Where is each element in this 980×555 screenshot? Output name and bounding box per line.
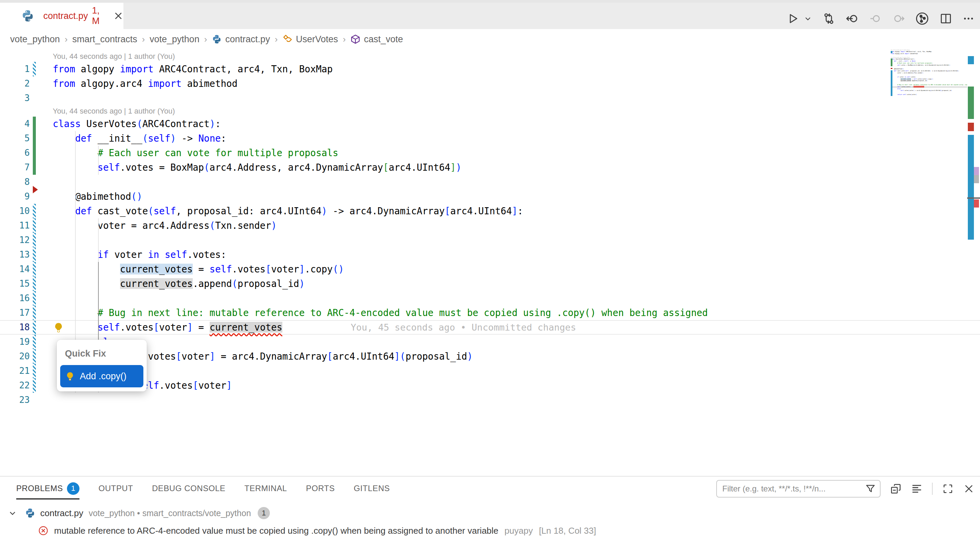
code-line-3[interactable]: 3 xyxy=(0,91,980,106)
line-number[interactable]: 18 xyxy=(0,321,30,335)
line-number[interactable]: 14 xyxy=(0,262,30,276)
view-as-table-icon[interactable] xyxy=(911,483,922,494)
code-editor[interactable]: You, 44 seconds ago | 1 author (You)1fro… xyxy=(0,49,980,476)
tab-output[interactable]: OUTPUT xyxy=(98,476,133,500)
code-line-1[interactable]: 1from algopy import ARC4Contract, arc4, … xyxy=(0,62,980,76)
code-line-2[interactable]: 2from algopy.arc4 import abimethod xyxy=(0,76,980,91)
git-modified-gutter-marker[interactable] xyxy=(33,291,36,306)
problem-row[interactable]: mutable reference to ARC-4-encoded value… xyxy=(0,523,980,539)
code-line-19[interactable]: 19 else: xyxy=(0,335,980,349)
line-number[interactable]: 22 xyxy=(0,378,30,393)
tab-gitlens[interactable]: GITLENS xyxy=(354,476,390,500)
line-number[interactable]: 9 xyxy=(0,189,30,204)
run-dropdown-chevron-icon[interactable] xyxy=(803,14,812,23)
filter-icon[interactable] xyxy=(865,483,876,494)
tab-contract-py[interactable]: contract.py 1, M xyxy=(0,3,124,29)
git-modified-gutter-marker[interactable] xyxy=(33,233,36,247)
git-modified-gutter-marker[interactable] xyxy=(33,335,36,349)
code-line-22[interactable]: 22 return self.votes[voter] xyxy=(0,378,980,393)
git-compare-icon[interactable] xyxy=(823,12,835,25)
code-line-13[interactable]: 13 if voter in self.votes: xyxy=(0,247,980,262)
code-line-10[interactable]: 10 def cast_vote(self, proposal_id: arc4… xyxy=(0,204,980,218)
code-line-17[interactable]: 17 # Bug in next line: mutable reference… xyxy=(0,306,980,320)
breadcrumb-folder[interactable]: smart_contracts xyxy=(72,34,137,45)
code-line-20[interactable]: 20 self.votes[voter] = arc4.DynamicArray… xyxy=(0,349,980,364)
line-number[interactable]: 17 xyxy=(0,306,30,320)
line-number[interactable]: 12 xyxy=(0,233,30,247)
gitlens-blame-lens[interactable]: You, 44 seconds ago | 1 author (You) xyxy=(0,106,980,117)
collapse-all-icon[interactable] xyxy=(890,483,901,494)
git-modified-gutter-marker[interactable] xyxy=(33,349,36,364)
run-python-file-icon[interactable] xyxy=(787,12,799,25)
code-line-7[interactable]: 7 self.votes = BoxMap(arc4.Address, arc4… xyxy=(0,160,980,175)
problems-file-group-row[interactable]: contract.py vote_python • smart_contract… xyxy=(0,505,980,521)
git-modified-gutter-marker[interactable] xyxy=(33,62,36,76)
line-number[interactable]: 11 xyxy=(0,218,30,233)
tab-problems[interactable]: PROBLEMS 1 xyxy=(16,476,79,500)
breadcrumb-folder[interactable]: vote_python xyxy=(150,34,199,45)
git-modified-gutter-marker[interactable] xyxy=(33,378,36,393)
git-modified-gutter-marker[interactable] xyxy=(33,306,36,320)
code-line-5[interactable]: 5 def __init__(self) -> None: xyxy=(0,131,980,146)
gitlens-blame-lens[interactable]: You, 44 seconds ago | 1 author (You) xyxy=(0,51,980,62)
problems-filter-input[interactable] xyxy=(722,484,865,494)
code-line-21[interactable]: 21 xyxy=(0,364,980,378)
git-added-gutter-marker[interactable] xyxy=(33,160,36,175)
open-changes-icon[interactable] xyxy=(845,12,859,26)
line-number[interactable]: 1 xyxy=(0,62,30,76)
code-line-9[interactable]: 9 @abimethod() xyxy=(0,189,980,204)
line-number[interactable]: 15 xyxy=(0,276,30,291)
code-line-23[interactable]: 23 xyxy=(0,393,980,407)
minimap[interactable]: You, 44 seconds ago | 1 author (You)from… xyxy=(891,49,967,117)
git-added-gutter-marker[interactable] xyxy=(33,146,36,160)
line-number[interactable]: 6 xyxy=(0,146,30,160)
git-modified-gutter-marker[interactable] xyxy=(33,276,36,291)
breadcrumb-file[interactable]: contract.py xyxy=(212,34,270,45)
line-number[interactable]: 10 xyxy=(0,204,30,218)
next-change-icon[interactable] xyxy=(892,12,905,25)
chevron-down-icon[interactable] xyxy=(8,508,17,518)
problems-filter[interactable] xyxy=(716,480,880,497)
overview-ruler[interactable] xyxy=(967,0,980,476)
previous-change-icon[interactable] xyxy=(869,12,882,25)
code-line-6[interactable]: 6 # Each user can vote for multiple prop… xyxy=(0,146,980,160)
code-line-4[interactable]: 4class UserVotes(ARC4Contract): xyxy=(0,117,980,131)
tab-terminal[interactable]: TERMINAL xyxy=(244,476,287,500)
line-number[interactable]: 7 xyxy=(0,160,30,175)
commit-graph-icon[interactable] xyxy=(915,11,929,26)
code-line-18[interactable]: 18 self.votes[voter] = current_votesYou,… xyxy=(0,320,980,335)
close-tab-icon[interactable] xyxy=(113,11,124,21)
git-added-gutter-marker[interactable] xyxy=(33,117,36,131)
line-number[interactable]: 2 xyxy=(0,76,30,91)
tab-ports[interactable]: PORTS xyxy=(306,476,335,500)
git-modified-gutter-marker[interactable] xyxy=(33,218,36,233)
code-line-11[interactable]: 11 voter = arc4.Address(Txn.sender) xyxy=(0,218,980,233)
code-line-15[interactable]: 15 current_votes.append(proposal_id) xyxy=(0,276,980,291)
code-line-8[interactable]: 8 xyxy=(0,175,980,189)
line-number[interactable]: 13 xyxy=(0,247,30,262)
line-number[interactable]: 4 xyxy=(0,117,30,131)
tab-debug-console[interactable]: DEBUG CONSOLE xyxy=(152,476,225,500)
close-panel-icon[interactable] xyxy=(963,483,975,494)
line-number[interactable]: 16 xyxy=(0,291,30,306)
code-line-12[interactable]: 12 xyxy=(0,233,980,247)
code-line-16[interactable]: 16 xyxy=(0,291,980,306)
git-modified-gutter-marker[interactable] xyxy=(33,247,36,262)
split-editor-icon[interactable] xyxy=(940,12,952,25)
breadcrumb-class[interactable]: UserVotes xyxy=(282,34,338,45)
line-number[interactable]: 21 xyxy=(0,364,30,378)
breadcrumb-method[interactable]: cast_vote xyxy=(350,34,403,45)
git-modified-gutter-marker[interactable] xyxy=(33,204,36,218)
line-number[interactable]: 3 xyxy=(0,91,30,106)
line-number[interactable]: 8 xyxy=(0,175,30,189)
git-modified-gutter-marker[interactable] xyxy=(33,321,36,335)
line-number[interactable]: 20 xyxy=(0,349,30,364)
line-number[interactable]: 23 xyxy=(0,393,30,407)
git-modified-gutter-marker[interactable] xyxy=(33,364,36,378)
quick-fix-add-copy[interactable]: Add .copy() xyxy=(60,365,143,387)
git-added-gutter-marker[interactable] xyxy=(33,131,36,146)
line-number[interactable]: 19 xyxy=(0,335,30,349)
line-number[interactable]: 5 xyxy=(0,131,30,146)
maximize-panel-icon[interactable] xyxy=(942,483,954,494)
breadcrumb-folder[interactable]: vote_python xyxy=(10,34,60,45)
